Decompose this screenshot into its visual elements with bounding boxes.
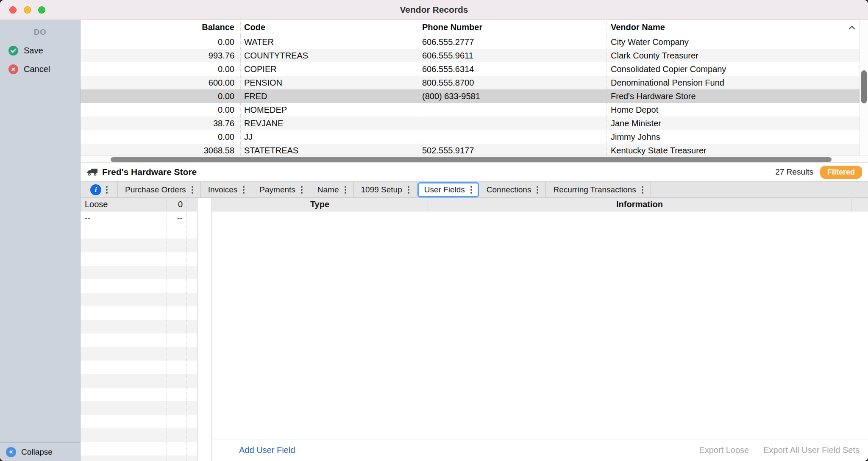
tab-purchase-orders[interactable]: Purchase Orders: [118, 182, 201, 197]
cell-phone: (800) 633-9581: [418, 89, 606, 103]
traffic-lights: [9, 0, 45, 19]
tab-label: User Fields: [424, 185, 465, 194]
tab-menu-dots-icon[interactable]: [345, 186, 346, 194]
cell-code: HOMEDEP: [240, 103, 418, 117]
column-header-vendor-name[interactable]: Vendor Name: [606, 20, 860, 35]
table-row[interactable]: 38.76 REVJANE Jane Minister: [81, 117, 860, 130]
tab-user-fields[interactable]: User Fields: [417, 182, 479, 197]
tab-menu-dots-icon[interactable]: [408, 186, 409, 194]
tab-info[interactable]: i: [81, 182, 118, 197]
export-loose-button[interactable]: Export Loose: [699, 445, 749, 455]
window-title: Vendor Records: [400, 5, 468, 15]
vertical-scrollbar[interactable]: [860, 20, 868, 156]
cell-vendor-name: Jane Minister: [606, 117, 860, 130]
cell-code: STATETREAS: [240, 144, 418, 156]
column-header-type: Type: [212, 198, 428, 211]
titlebar: Vendor Records: [0, 0, 868, 20]
column-header-balance[interactable]: Balance: [81, 20, 240, 35]
tab-menu-dots-icon[interactable]: [642, 186, 643, 194]
tab-menu-dots-icon[interactable]: [192, 186, 193, 194]
save-button[interactable]: Save: [0, 46, 80, 56]
add-user-field-button[interactable]: Add User Field: [239, 445, 295, 455]
tab-1099-setup[interactable]: 1099 Setup: [354, 182, 417, 197]
export-all-user-field-sets-button[interactable]: Export All User Field Sets: [763, 445, 860, 455]
table-row-selected[interactable]: 0.00 FRED (800) 633-9581 Fred's Hardware…: [81, 89, 860, 103]
collapse-button[interactable]: « Collapse: [0, 442, 80, 461]
loose-empty-rows: [81, 225, 197, 461]
tab-menu-dots-icon[interactable]: [243, 186, 245, 194]
cell-phone: 606.555.6314: [418, 62, 606, 76]
save-check-icon: [8, 46, 18, 56]
table-row[interactable]: 0.00 WATER 606.555.2777 City Water Compa…: [81, 35, 860, 49]
cancel-label: Cancel: [24, 64, 50, 74]
user-fields-footer: Add User Field Export Loose Export All U…: [212, 439, 868, 461]
tab-name[interactable]: Name: [310, 182, 354, 197]
results-count: 27 Results: [775, 167, 813, 177]
cell-vendor-name: Kentucky State Treasurer: [606, 144, 860, 156]
horizontal-scrollbar[interactable]: [81, 156, 868, 163]
collapse-label: Collapse: [21, 447, 53, 457]
tab-menu-dots-icon[interactable]: [301, 186, 303, 194]
cell-vendor-name: Consolidated Copier Company: [606, 62, 860, 76]
tab-label: Payments: [259, 185, 295, 194]
cell-code: PENSION: [240, 76, 418, 89]
loose-header-gutter: [186, 198, 197, 211]
sort-ascending-icon: [849, 24, 855, 31]
loose-panel-header: Loose 0: [81, 198, 197, 211]
loose-list-item[interactable]: -- --: [81, 211, 197, 225]
save-label: Save: [24, 46, 43, 56]
tab-menu-dots-icon[interactable]: [470, 186, 472, 194]
column-header-code[interactable]: Code: [240, 20, 418, 35]
tab-menu-dots-icon[interactable]: [106, 186, 108, 194]
cell-phone: [418, 117, 606, 130]
column-header-information: Information: [428, 198, 851, 211]
cell-phone: 502.555.9177: [418, 144, 606, 156]
horizontal-scrollbar-thumb[interactable]: [111, 157, 832, 162]
cell-balance: 38.76: [81, 117, 240, 130]
close-button[interactable]: [9, 6, 17, 14]
table-row[interactable]: 0.00 HOMEDEP Home Depot: [81, 103, 860, 117]
tab-connections[interactable]: Connections: [479, 182, 546, 197]
cell-phone: 606.555.9611: [418, 49, 606, 62]
zoom-button[interactable]: [38, 6, 45, 14]
info-icon[interactable]: i: [90, 184, 101, 195]
vendor-table-header: Balance Code Phone Number Vendor Name: [81, 20, 868, 35]
table-row[interactable]: 993.76 COUNTYTREAS 606.555.9611 Clark Co…: [81, 49, 860, 62]
cancel-x-icon: ×: [8, 64, 18, 74]
cell-vendor-name: Jimmy Johns: [606, 130, 860, 144]
tab-label: 1099 Setup: [361, 185, 402, 194]
cell-balance: 3068.58: [81, 144, 240, 156]
cell-balance: 0.00: [81, 103, 240, 117]
cell-balance: 993.76: [81, 49, 240, 62]
tab-menu-dots-icon[interactable]: [537, 186, 538, 194]
user-fields-panel: Type Information Add User Field Export L…: [212, 198, 868, 461]
cancel-button[interactable]: × Cancel: [0, 64, 80, 74]
table-row[interactable]: 0.00 JJ Jimmy Johns: [81, 130, 860, 144]
cell-vendor-name: City Water Company: [606, 35, 860, 49]
tab-label: Recurring Transactions: [553, 185, 636, 194]
loose-panel: Loose 0 -- --: [81, 198, 198, 461]
tab-recurring-transactions[interactable]: Recurring Transactions: [546, 182, 651, 197]
filtered-badge[interactable]: Filtered: [820, 166, 862, 179]
cell-phone: [418, 130, 606, 144]
loose-item-value: --: [167, 211, 186, 225]
cell-phone: 800.555.8700: [418, 76, 606, 89]
minimize-button[interactable]: [24, 6, 31, 14]
cell-vendor-name: Home Depot: [606, 103, 860, 117]
panel-splitter[interactable]: [198, 198, 212, 461]
table-row[interactable]: 600.00 PENSION 800.555.8700 Denomination…: [81, 76, 860, 89]
vendor-table-body: 0.00 WATER 606.555.2777 City Water Compa…: [81, 35, 860, 156]
tab-invoices[interactable]: Invoices: [201, 182, 253, 197]
cell-balance: 600.00: [81, 76, 240, 89]
loose-header-label: Loose: [81, 198, 167, 211]
cell-code: WATER: [240, 35, 418, 49]
cell-balance: 0.00: [81, 130, 240, 144]
vertical-scrollbar-thumb[interactable]: [861, 70, 867, 103]
column-header-phone[interactable]: Phone Number: [418, 20, 606, 35]
cell-code: COUNTYTREAS: [240, 49, 418, 62]
table-row[interactable]: 3068.58 STATETREAS 502.555.9177 Kentucky…: [81, 144, 860, 156]
truck-icon: [86, 168, 98, 176]
sidebar-section-label: DO: [0, 28, 80, 37]
table-row[interactable]: 0.00 COPIER 606.555.6314 Consolidated Co…: [81, 62, 860, 76]
tab-payments[interactable]: Payments: [252, 182, 310, 197]
